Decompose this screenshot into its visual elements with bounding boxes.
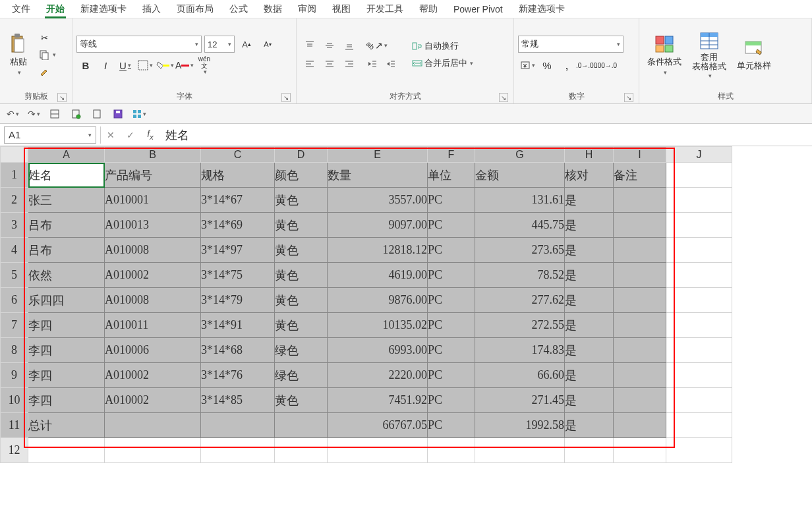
- cell[interactable]: 174.83: [475, 338, 565, 363]
- cell[interactable]: [614, 213, 666, 238]
- cell[interactable]: 是: [565, 413, 614, 438]
- col-header-E[interactable]: E: [328, 147, 428, 163]
- cell[interactable]: 张三: [28, 188, 105, 213]
- cell[interactable]: [105, 438, 201, 463]
- cell[interactable]: 273.65: [475, 238, 565, 263]
- cancel-formula-button[interactable]: ✕: [101, 126, 121, 144]
- align-left-button[interactable]: [301, 55, 319, 72]
- cell[interactable]: 姓名: [28, 163, 105, 188]
- cell[interactable]: 272.55: [475, 313, 565, 338]
- cell[interactable]: 66767.05: [328, 413, 428, 438]
- cell[interactable]: 3*14*76: [201, 363, 275, 388]
- cell[interactable]: A010002: [105, 388, 201, 413]
- conditional-format-button[interactable]: 条件格式▾: [643, 32, 685, 77]
- cell[interactable]: PC: [428, 388, 475, 413]
- cell[interactable]: 78.52: [475, 263, 565, 288]
- col-header-B[interactable]: B: [105, 147, 201, 163]
- decrease-decimal-button[interactable]: .00→.0: [597, 57, 616, 74]
- cell[interactable]: 3*14*67: [201, 188, 275, 213]
- cell[interactable]: [614, 363, 666, 388]
- cell[interactable]: [614, 188, 666, 213]
- tab-7[interactable]: 审阅: [290, 1, 324, 18]
- cell[interactable]: PC: [428, 313, 475, 338]
- cell[interactable]: 是: [565, 213, 614, 238]
- cell[interactable]: 李四: [28, 338, 105, 363]
- tab-3[interactable]: 插入: [134, 1, 169, 18]
- align-bottom-button[interactable]: [340, 37, 359, 54]
- cell[interactable]: 12818.12: [328, 238, 428, 263]
- row-header-1[interactable]: 1: [1, 163, 28, 188]
- cell[interactable]: 10135.02: [328, 313, 428, 338]
- cell-styles-button[interactable]: 单元格样: [733, 36, 775, 73]
- tab-1[interactable]: 开始: [38, 1, 72, 18]
- cell[interactable]: 黄色: [275, 238, 328, 263]
- cell[interactable]: [666, 388, 732, 413]
- cell[interactable]: 3*14*68: [201, 338, 275, 363]
- cell[interactable]: [666, 313, 732, 338]
- cell[interactable]: [565, 438, 614, 463]
- cell[interactable]: 131.61: [475, 188, 565, 213]
- cell[interactable]: 黄色: [275, 188, 328, 213]
- cell[interactable]: 是: [565, 363, 614, 388]
- cell[interactable]: 271.45: [475, 388, 565, 413]
- tab-12[interactable]: 新建选项卡: [511, 1, 573, 18]
- tab-0[interactable]: 文件: [4, 1, 38, 18]
- cell[interactable]: 3*14*69: [201, 213, 275, 238]
- comma-button[interactable]: ,: [558, 57, 576, 74]
- cell[interactable]: [275, 413, 328, 438]
- tab-9[interactable]: 开发工具: [359, 1, 411, 18]
- decrease-font-button[interactable]: A▾: [258, 36, 277, 53]
- qat-icon-4[interactable]: ▾: [132, 107, 146, 121]
- cell[interactable]: [614, 338, 666, 363]
- cell[interactable]: [614, 288, 666, 313]
- row-header-6[interactable]: 6: [1, 288, 28, 313]
- align-center-button[interactable]: [320, 55, 339, 72]
- cell[interactable]: PC: [428, 213, 475, 238]
- copy-button[interactable]: ▾: [36, 47, 59, 62]
- cell[interactable]: [666, 363, 732, 388]
- row-header-7[interactable]: 7: [1, 313, 28, 338]
- col-header-F[interactable]: F: [428, 147, 475, 163]
- cell[interactable]: 是: [565, 338, 614, 363]
- merge-center-button[interactable]: 合并后居中▾: [409, 56, 476, 70]
- tab-5[interactable]: 公式: [221, 1, 256, 18]
- cell[interactable]: 66.60: [475, 363, 565, 388]
- clipboard-launcher[interactable]: ↘: [57, 93, 67, 102]
- format-painter-button[interactable]: [36, 65, 59, 79]
- cell[interactable]: 是: [565, 238, 614, 263]
- cell[interactable]: 3*14*75: [201, 263, 275, 288]
- col-header-A[interactable]: A: [28, 147, 105, 163]
- cell[interactable]: 颜色: [275, 163, 328, 188]
- border-button[interactable]: ▾: [136, 57, 154, 74]
- col-header-C[interactable]: C: [201, 147, 275, 163]
- cell[interactable]: [275, 438, 328, 463]
- cell[interactable]: 4619.00: [328, 263, 428, 288]
- cell[interactable]: [614, 313, 666, 338]
- cell[interactable]: PC: [428, 263, 475, 288]
- font-launcher[interactable]: ↘: [281, 93, 291, 102]
- cell[interactable]: 数量: [328, 163, 428, 188]
- formula-input[interactable]: 姓名: [160, 126, 812, 144]
- name-box[interactable]: A1▾: [4, 126, 96, 144]
- paste-button[interactable]: 粘贴 ▾: [4, 32, 33, 77]
- cell[interactable]: 277.62: [475, 288, 565, 313]
- save-button[interactable]: [111, 107, 125, 121]
- cell[interactable]: 3*14*91: [201, 313, 275, 338]
- decrease-indent-button[interactable]: [364, 55, 381, 72]
- tab-11[interactable]: Power Pivot: [446, 1, 511, 17]
- col-header-I[interactable]: I: [614, 147, 666, 163]
- row-header-9[interactable]: 9: [1, 363, 28, 388]
- cell[interactable]: [666, 188, 732, 213]
- accounting-button[interactable]: ¥▾: [518, 57, 536, 74]
- redo-button[interactable]: ↷▾: [26, 107, 41, 121]
- cell[interactable]: [666, 338, 732, 363]
- cell[interactable]: 规格: [201, 163, 275, 188]
- cut-button[interactable]: ✂: [36, 30, 59, 45]
- cell[interactable]: [328, 438, 428, 463]
- cell[interactable]: 依然: [28, 263, 105, 288]
- cell[interactable]: A010001: [105, 188, 201, 213]
- row-header-8[interactable]: 8: [1, 338, 28, 363]
- cell[interactable]: [201, 438, 275, 463]
- cell[interactable]: PC: [428, 288, 475, 313]
- cell[interactable]: [666, 163, 732, 188]
